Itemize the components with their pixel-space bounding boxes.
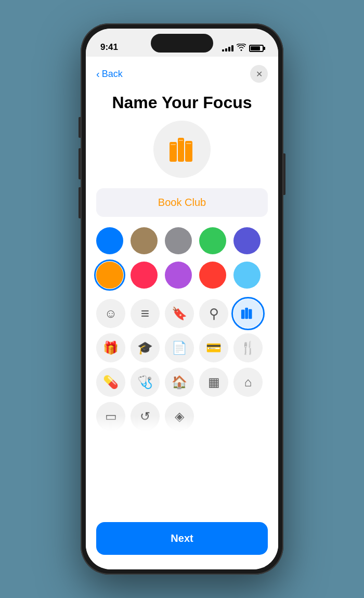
gift-icon[interactable]: 🎁 — [96, 333, 125, 362]
color-dot-blue[interactable] — [96, 227, 123, 254]
color-dot-indigo[interactable] — [233, 227, 261, 254]
rect-icon[interactable]: ▭ — [96, 402, 125, 431]
grid-icon[interactable]: ▦ — [199, 368, 228, 397]
focus-name-input[interactable] — [96, 188, 268, 217]
close-icon: ✕ — [256, 69, 263, 79]
nav-bar: ‹ Back ✕ — [86, 57, 278, 87]
svg-rect-7 — [245, 308, 248, 319]
color-grid — [96, 227, 268, 289]
color-dot-red[interactable] — [199, 262, 226, 289]
rotate-icon[interactable]: ↺ — [131, 402, 160, 431]
svg-rect-8 — [249, 309, 252, 319]
battery-icon — [249, 45, 264, 52]
phone-screen: 9:41 — [86, 29, 278, 569]
home-icon[interactable]: 🏠 — [165, 368, 194, 397]
icon-grid: ☺≡🔖⚲ 🎁🎓📄💳🍴💊🩺🏠▦⌂▭↺◈ — [96, 299, 268, 431]
color-dot-red-pink[interactable] — [131, 262, 158, 289]
books-icon — [165, 133, 199, 166]
power-button[interactable] — [283, 153, 285, 195]
back-label: Back — [102, 69, 123, 80]
name-input-container — [96, 188, 268, 217]
back-button[interactable]: ‹ Back — [96, 68, 123, 80]
health-icon[interactable]: 🩺 — [131, 368, 160, 397]
page-title: Name Your Focus — [86, 87, 278, 121]
books-icon[interactable] — [233, 299, 263, 328]
color-dot-brown[interactable] — [131, 227, 158, 254]
list-icon[interactable]: ≡ — [131, 299, 160, 328]
emoji-icon[interactable]: ☺ — [96, 299, 125, 328]
next-button[interactable]: Next — [96, 522, 268, 555]
focus-icon-container — [86, 121, 278, 178]
status-bar: 9:41 — [86, 29, 278, 57]
svg-rect-3 — [171, 144, 176, 145]
color-icon-section: ☺≡🔖⚲ 🎁🎓📄💳🍴💊🩺🏠▦⌂▭↺◈ — [86, 227, 278, 435]
svg-rect-4 — [179, 140, 183, 141]
color-dot-green[interactable] — [199, 227, 226, 254]
color-dot-teal[interactable] — [233, 262, 261, 289]
icon-grid-wrapper: ☺≡🔖⚲ 🎁🎓📄💳🍴💊🩺🏠▦⌂▭↺◈ — [96, 299, 268, 431]
house2-icon[interactable]: ⌂ — [233, 368, 263, 397]
color-dot-orange[interactable] — [96, 262, 123, 289]
focus-icon-circle[interactable] — [153, 121, 211, 178]
status-icons — [222, 44, 264, 53]
wifi-icon — [237, 44, 246, 53]
pin-icon[interactable]: ⚲ — [199, 299, 228, 328]
color-dot-gray[interactable] — [165, 227, 192, 254]
document-icon[interactable]: 📄 — [165, 333, 194, 362]
next-button-container: Next — [86, 516, 278, 569]
phone-frame: 9:41 — [81, 23, 283, 575]
back-chevron-icon: ‹ — [96, 68, 100, 80]
signal-icon — [222, 45, 233, 51]
bookmark-icon[interactable]: 🔖 — [165, 299, 194, 328]
card-icon[interactable]: 💳 — [199, 333, 228, 362]
dynamic-island — [151, 34, 213, 53]
svg-rect-6 — [241, 310, 245, 319]
svg-rect-1 — [178, 138, 184, 162]
volume-up-button[interactable] — [79, 148, 81, 179]
diamond-icon[interactable]: ◈ — [165, 402, 194, 431]
volume-down-button[interactable] — [79, 187, 81, 218]
color-dot-purple[interactable] — [165, 262, 192, 289]
pills-icon[interactable]: 💊 — [96, 368, 125, 397]
content-area: ‹ Back ✕ Name Your Focus — [86, 57, 278, 569]
svg-rect-5 — [186, 143, 191, 144]
status-time: 9:41 — [100, 42, 118, 53]
graduation-icon[interactable]: 🎓 — [131, 333, 160, 362]
food-icon[interactable]: 🍴 — [233, 333, 263, 362]
close-button[interactable]: ✕ — [250, 65, 268, 83]
